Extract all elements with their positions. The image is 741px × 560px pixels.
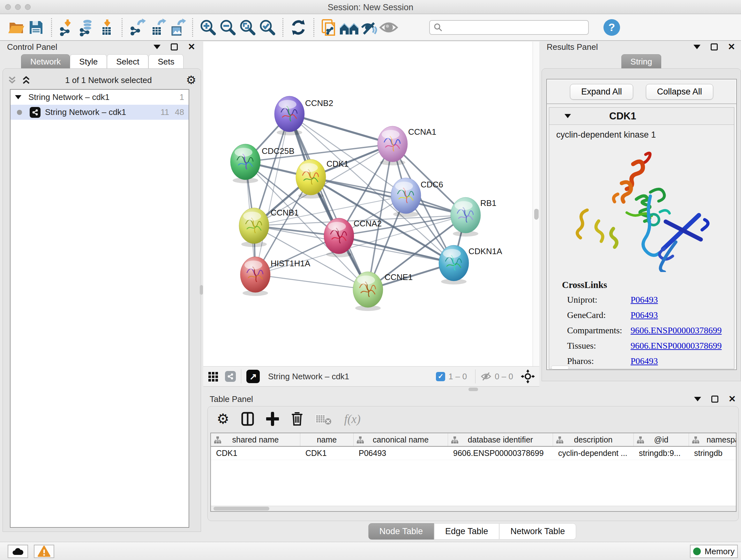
column-header-@id[interactable]: @id	[634, 433, 689, 446]
network-node-CCNB2[interactable]: CCNB2	[274, 96, 333, 135]
automation-cloud-button[interactable]	[8, 545, 28, 558]
column-header-database-identifier[interactable]: database identifier	[448, 433, 553, 446]
close-panel-icon[interactable]: ✕	[729, 395, 736, 402]
tab-string[interactable]: String	[621, 54, 662, 69]
search-input[interactable]	[429, 20, 589, 35]
right-splitter-handle[interactable]	[536, 209, 539, 219]
table-cell[interactable]: stringdb:9...	[634, 447, 689, 460]
memory-button[interactable]: Memory	[690, 545, 738, 558]
collection-expand-icon[interactable]	[15, 95, 21, 99]
tab-sets[interactable]: Sets	[148, 54, 184, 69]
network-node-CDK1[interactable]: CDK1	[296, 159, 348, 199]
expand-all-button[interactable]: Expand All	[570, 84, 633, 100]
float-panel-icon[interactable]	[693, 45, 700, 49]
maximize-panel-icon[interactable]	[711, 44, 718, 51]
crosslink-link[interactable]: 9606.ENSP00000378699	[630, 341, 722, 351]
protein-entry-header[interactable]: CDK1	[549, 108, 734, 125]
tab-select[interactable]: Select	[107, 54, 148, 69]
table-row[interactable]: CDK1CDK1P064939606.ENSP00000378699cyclin…	[211, 447, 736, 460]
tab-style[interactable]: Style	[70, 54, 107, 69]
network-node-RB1[interactable]: RB1	[451, 197, 496, 237]
crosslink-link[interactable]: P06493	[630, 310, 658, 320]
column-header-shared-name[interactable]: shared name	[211, 433, 300, 446]
collapse-all-tree-icon[interactable]	[7, 75, 17, 85]
warnings-button[interactable]	[34, 545, 54, 558]
network-edge-CCNB2-HIST1H1A[interactable]	[255, 114, 289, 274]
grid-view-icon[interactable]	[208, 371, 219, 382]
network-vertical-scrollbar[interactable]	[533, 42, 539, 366]
save-session-button[interactable]	[26, 17, 46, 37]
import-network-file-button[interactable]	[57, 17, 77, 37]
crosslink-link[interactable]: P06493	[630, 295, 658, 305]
column-header-namespace[interactable]: namespace	[689, 433, 737, 446]
share-document-button[interactable]	[320, 17, 339, 37]
float-panel-icon[interactable]	[694, 397, 701, 401]
zoom-selected-button[interactable]	[258, 17, 277, 37]
network-edge-CCNB2-CCNA1[interactable]	[289, 114, 393, 144]
create-column-icon[interactable]	[266, 412, 279, 426]
tab-network[interactable]: Network	[21, 54, 70, 69]
zoom-in-button[interactable]	[198, 17, 218, 37]
open-session-button[interactable]	[6, 17, 26, 37]
import-table-file-button[interactable]	[97, 17, 117, 37]
network-node-CDC25B[interactable]: CDC25B	[230, 144, 294, 183]
hidden-eye-icon[interactable]	[481, 372, 491, 381]
collapse-all-button[interactable]: Collapse All	[646, 84, 713, 100]
help-button[interactable]: ?	[603, 19, 620, 36]
crosslink-link[interactable]: 9606.ENSP00000378699	[630, 325, 722, 335]
column-header-name[interactable]: name	[300, 433, 354, 446]
table-cell[interactable]: CDK1	[211, 447, 300, 460]
maximize-panel-icon[interactable]	[171, 44, 178, 51]
network-view-icon[interactable]	[225, 371, 236, 382]
export-image-button[interactable]	[167, 17, 187, 37]
network-node-CDKN1A[interactable]: CDKN1A	[439, 245, 502, 285]
selected-checkbox-icon[interactable]: ✓	[436, 372, 445, 381]
table-cell[interactable]: 9606.ENSP00000378699	[448, 447, 553, 460]
network-node-HIST1H1A[interactable]: HIST1H1A	[240, 257, 311, 296]
column-header-canonical-name[interactable]: canonical name	[354, 433, 448, 446]
function-builder-icon[interactable]: f(x)	[344, 412, 360, 426]
network-node-CCNA1[interactable]: CCNA1	[378, 126, 436, 165]
birds-eye-view-button[interactable]: ↗	[246, 370, 260, 383]
show-graphics-details-button[interactable]	[379, 17, 399, 37]
delete-table-icon[interactable]	[315, 413, 332, 425]
close-panel-icon[interactable]: ✕	[188, 44, 195, 51]
pan-crosshair-icon[interactable]	[521, 369, 535, 383]
table-cell[interactable]: CDK1	[300, 447, 354, 460]
table-options-gear-icon[interactable]: ⚙	[217, 412, 229, 426]
hide-graphics-details-button[interactable]	[359, 17, 379, 37]
table-cell[interactable]: cyclin-dependent ...	[553, 447, 634, 460]
zoom-fit-button[interactable]	[238, 17, 258, 37]
table-horizontal-scrollbar[interactable]	[211, 506, 736, 511]
tab-node-table[interactable]: Node Table	[368, 523, 434, 540]
column-header-description[interactable]: description	[553, 433, 634, 446]
network-canvas[interactable]: CCNB2CCNA1CDC25BCDK1CDC6RB1CCNB1CCNA2CDK…	[203, 42, 533, 366]
expand-all-tree-icon[interactable]	[21, 75, 31, 85]
import-network-database-button[interactable]	[77, 17, 97, 37]
delete-column-icon[interactable]	[291, 412, 303, 426]
results-horizontal-scroll-thumb[interactable]	[551, 366, 569, 369]
network-node-CCNA2[interactable]: CCNA2	[324, 218, 382, 257]
left-splitter-handle[interactable]	[200, 285, 203, 295]
entry-expand-icon[interactable]	[564, 114, 571, 118]
export-table-button[interactable]	[147, 17, 167, 37]
table-cell[interactable]: P06493	[354, 447, 448, 460]
network-edge-HIST1H1A-CCNE1[interactable]	[255, 274, 368, 290]
home-button[interactable]	[339, 17, 359, 37]
horizontal-splitter-handle[interactable]	[468, 388, 478, 391]
refresh-button[interactable]	[288, 17, 308, 37]
float-panel-icon[interactable]	[153, 45, 160, 49]
export-network-button[interactable]	[128, 17, 147, 37]
table-cell[interactable]: stringdb	[689, 447, 737, 460]
crosslink-link[interactable]: P06493	[630, 356, 658, 366]
tab-edge-table[interactable]: Edge Table	[434, 523, 499, 540]
show-column-icon[interactable]	[241, 412, 254, 426]
scrollbar-thumb[interactable]	[213, 507, 269, 510]
network-options-gear-icon[interactable]: ⚙	[186, 74, 196, 86]
maximize-panel-icon[interactable]	[711, 395, 718, 402]
zoom-out-button[interactable]	[218, 17, 238, 37]
tab-network-table[interactable]: Network Table	[499, 523, 576, 540]
close-panel-icon[interactable]: ✕	[728, 44, 735, 51]
network-edge-CCNA2-CDKN1A[interactable]	[339, 236, 454, 263]
network-row-selected[interactable]: String Network – cdk1 11 48	[10, 105, 189, 120]
